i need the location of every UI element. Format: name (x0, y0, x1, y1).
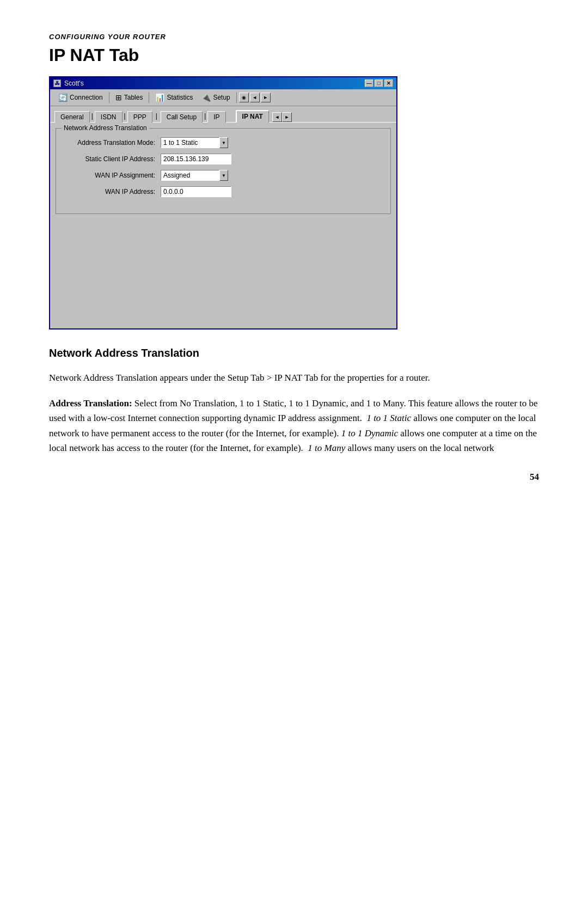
statistics-icon: 📊 (155, 93, 164, 102)
toolbar-setup-label: Setup (213, 94, 230, 101)
intro-paragraph: Network Address Translation appears unde… (49, 370, 539, 385)
tables-icon: ⊞ (115, 93, 122, 102)
wan-ip-assignment-control[interactable]: ▼ (161, 170, 228, 181)
tab-sep-2: | (124, 112, 126, 120)
page-title: IP NAT Tab (49, 45, 539, 65)
toolbar-statistics[interactable]: 📊 Statistics (151, 91, 197, 103)
static-client-ip-input[interactable] (161, 154, 231, 164)
network-address-translation-group: Network Address Translation Address Tran… (56, 128, 391, 214)
address-translation-mode-arrow[interactable]: ▼ (219, 137, 228, 148)
toolbar-sep-2 (149, 92, 149, 103)
tab-nav-buttons: ◄ ► (272, 112, 292, 122)
toolbar-sep-3 (236, 92, 237, 103)
titlebar-buttons[interactable]: — □ ✕ (365, 80, 393, 87)
toolbar-connection-label: Connection (70, 94, 103, 101)
toolbar-nav-prev[interactable]: ◄ (250, 93, 260, 102)
toolbar-tables[interactable]: ⊞ Tables (112, 91, 147, 103)
maximize-button[interactable]: □ (375, 80, 383, 87)
static-client-ip-label: Static Client IP Address: (63, 155, 155, 163)
one-to-many-term: 1 to Many (308, 443, 345, 453)
dialog-window: 🖧 Scott's — □ ✕ 🔄 Connection ⊞ Tables 📊 … (49, 76, 397, 330)
address-translation-term: Address Translation: (49, 398, 132, 408)
dialog-title: Scott's (64, 80, 84, 87)
tab-nav-next[interactable]: ► (282, 112, 292, 122)
wan-ip-assignment-label: WAN IP Assignment: (63, 172, 155, 179)
wan-ip-assignment-arrow[interactable]: ▼ (219, 170, 228, 181)
toolbar-sep-1 (109, 92, 109, 103)
address-translation-mode-label: Address Translation Mode: (63, 139, 155, 147)
dialog-content: Network Address Translation Address Tran… (50, 122, 396, 328)
connection-icon: 🔄 (58, 93, 68, 102)
wan-ip-address-label: WAN IP Address: (63, 188, 155, 196)
wan-ip-assignment-input[interactable] (161, 170, 219, 181)
tab-isdn[interactable]: ISDN (95, 111, 122, 123)
page-number: 54 (49, 472, 539, 483)
toolbar-statistics-label: Statistics (167, 94, 193, 101)
close-button[interactable]: ✕ (384, 80, 393, 87)
wan-ip-address-input[interactable] (161, 186, 231, 197)
app-icon: 🖧 (53, 80, 61, 87)
tab-ip[interactable]: IP (207, 111, 225, 123)
chapter-header: Configuring Your Router (49, 33, 539, 41)
minimize-button[interactable]: — (365, 80, 373, 87)
address-translation-mode-row: Address Translation Mode: ▼ (63, 137, 384, 148)
section-network-address-translation: Network Address Translation Network Addr… (49, 347, 539, 455)
tab-call-setup[interactable]: Call Setup (161, 111, 203, 123)
toolbar-tables-label: Tables (124, 94, 143, 101)
setup-icon: 🔌 (201, 93, 211, 102)
wan-ip-address-row: WAN IP Address: (63, 186, 384, 197)
one-to-one-dynamic-term: 1 to 1 Dynamic (341, 428, 398, 438)
tab-sep-4: | (204, 112, 206, 120)
tab-sep-3: | (155, 112, 158, 120)
toolbar-connection[interactable]: 🔄 Connection (54, 91, 107, 103)
address-translation-mode-input[interactable] (161, 137, 219, 148)
toolbar: 🔄 Connection ⊞ Tables 📊 Statistics 🔌 Set… (50, 89, 396, 106)
empty-content-area (56, 219, 391, 323)
dialog-titlebar: 🖧 Scott's — □ ✕ (50, 77, 396, 89)
tab-general[interactable]: General (54, 111, 90, 123)
toolbar-setup[interactable]: 🔌 Setup (198, 91, 234, 103)
address-translation-mode-control[interactable]: ▼ (161, 137, 228, 148)
titlebar-left: 🖧 Scott's (53, 80, 84, 87)
toolbar-nav-next[interactable]: ► (261, 93, 271, 102)
tab-ppp[interactable]: PPP (127, 111, 152, 123)
wan-ip-assignment-row: WAN IP Assignment: ▼ (63, 170, 384, 181)
tab-ip-nat[interactable]: IP NAT (236, 110, 269, 123)
static-client-ip-row: Static Client IP Address: (63, 154, 384, 164)
tab-sep-1: | (91, 112, 94, 120)
address-translation-paragraph: Address Translation: Select from No Tran… (49, 396, 539, 455)
section-heading: Network Address Translation (49, 347, 539, 359)
tab-row: General | ISDN | PPP | Call Setup | IP I… (50, 106, 396, 122)
group-box-title: Network Address Translation (62, 124, 149, 132)
toolbar-nav-dot[interactable]: ◉ (239, 93, 249, 102)
tab-nav-prev[interactable]: ◄ (272, 112, 282, 122)
one-to-one-static-term: 1 to 1 Static (366, 413, 411, 423)
